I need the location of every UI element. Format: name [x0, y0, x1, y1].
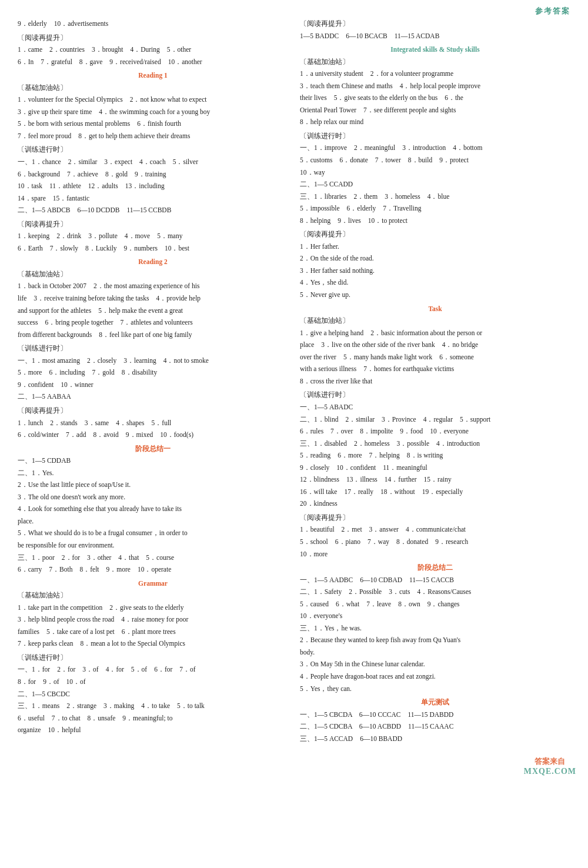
reading2-xl-bracket: 训练进行时	[18, 343, 288, 355]
task-yd: 阅读再提升 1．beautiful 2．met 3．answer 4．commu…	[300, 512, 570, 560]
task-section: Task 基础加油站 1．give a helping hand 2．basic…	[300, 303, 570, 388]
jdzj1-section: 阶段总结一 一、1—5 CDDAB 二、1．Yes. 2．Use the las…	[18, 443, 288, 576]
page: 参考答案 9．elderly 10．advertisements 阅读再提升 1…	[0, 0, 588, 782]
reading1-jc-bracket: 基础加油站	[18, 82, 288, 94]
left-column: 9．elderly 10．advertisements 阅读再提升 1．came…	[18, 18, 288, 747]
task-xl-bracket: 训练进行时	[300, 389, 570, 401]
ref-answers-label: 参考答案	[535, 6, 570, 16]
integrated-yd-bracket: 阅读再提升	[300, 229, 570, 241]
jdzj2-title: 阶段总结二	[300, 562, 570, 574]
jdzj2-section: 阶段总结二 一、1—5 AADBC 6—10 CDBAD 11—15 CACCB…	[300, 562, 570, 695]
reading1-yd: 阅读再提升 1．keeping 2．drink 3．pollute 4．move…	[18, 219, 288, 255]
task-title: Task	[300, 303, 570, 315]
integrated-section: Integrated skills & Study skills 基础加油站 1…	[300, 44, 570, 128]
reading2-yd-bracket: 阅读再提升	[18, 405, 288, 417]
right-top-bracket: 阅读再提升	[300, 18, 570, 30]
reading2-jc-bracket: 基础加油站	[18, 269, 288, 281]
reading1-section: Reading 1 基础加油站 1．volunteer for the Spec…	[18, 70, 288, 142]
integrated-xl-bracket: 训练进行时	[300, 131, 570, 142]
watermark-line2: MXQE.COM	[524, 767, 576, 776]
reading2-title: Reading 2	[18, 256, 288, 268]
main-content: 9．elderly 10．advertisements 阅读再提升 1．came…	[18, 18, 570, 747]
reading1-xl: 训练进行时 一、1．chance 2．similar 3．expect 4．co…	[18, 144, 288, 216]
section1-bracket: 阅读再提升	[18, 32, 288, 44]
watermark: 答案来自 MXQE.COM	[524, 756, 576, 776]
intro-block: 9．elderly 10．advertisements	[18, 18, 288, 30]
task-jc-bracket: 基础加油站	[300, 315, 570, 327]
watermark-line1: 答案来自	[524, 756, 576, 767]
reading2-section: Reading 2 基础加油站 1．back in October 2007 2…	[18, 256, 288, 340]
unit-test-title: 单元测试	[300, 697, 570, 709]
section1: 阅读再提升 1．came 2．countries 3．brought 4．Dur…	[18, 32, 288, 68]
integrated-xl: 训练进行时 一、1．improve 2．meaningful 3．introdu…	[300, 131, 570, 226]
reading1-title: Reading 1	[18, 70, 288, 82]
reading2-xl: 训练进行时 一、1．most amazing 2．closely 3．learn…	[18, 343, 288, 403]
grammar-section: Grammar 基础加油站 1．take part in the competi…	[18, 578, 288, 650]
reading2-yd: 阅读再提升 1．lunch 2．stands 3．same 4．shapes 5…	[18, 405, 288, 441]
grammar-jc-bracket: 基础加油站	[18, 590, 288, 602]
right-top: 阅读再提升 1—5 BADDC 6—10 BCACB 11—15 ACDAB	[300, 18, 570, 42]
integrated-yd: 阅读再提升 1．Her father. 2．On the side of the…	[300, 229, 570, 301]
task-yd-bracket: 阅读再提升	[300, 512, 570, 524]
grammar-xl-bracket: 训练进行时	[18, 652, 288, 664]
task-xl: 训练进行时 一、1—5 ABADC 二、1．blind 2．similar 3．…	[300, 389, 570, 509]
integrated-jc-bracket: 基础加油站	[300, 56, 570, 68]
right-column: 阅读再提升 1—5 BADDC 6—10 BCACB 11—15 ACDAB I…	[300, 18, 570, 747]
grammar-title: Grammar	[18, 578, 288, 590]
jdzj1-title: 阶段总结一	[18, 443, 288, 455]
reading1-yd-bracket: 阅读再提升	[18, 219, 288, 231]
reading1-xl-bracket: 训练进行时	[18, 144, 288, 156]
unit-test-section: 单元测试 一、1—5 CBCDA 6—10 CCCAC 11—15 DABDD …	[300, 697, 570, 745]
integrated-title: Integrated skills & Study skills	[300, 44, 570, 56]
grammar-xl: 训练进行时 一、1．for 2．for 3．of 4．for 5．of 6．fo…	[18, 652, 288, 736]
